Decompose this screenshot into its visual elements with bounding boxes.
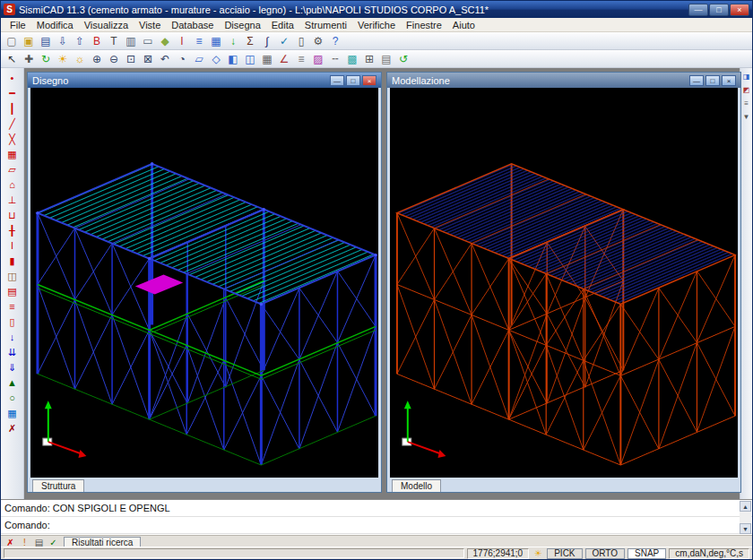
measure-icon[interactable]: ∠ (276, 51, 292, 66)
menu-database[interactable]: Database (166, 19, 219, 31)
zoom-previous-icon[interactable]: ↶ (157, 51, 173, 66)
foundation-icon[interactable]: ⊥ (4, 193, 22, 207)
mesh-icon[interactable]: ▦ (4, 406, 22, 420)
modellazione-maximize-button[interactable]: □ (705, 75, 720, 86)
linetype-icon[interactable]: ╌ (327, 51, 343, 66)
line-load-icon[interactable]: ⇊ (4, 345, 22, 359)
text-style-icon[interactable]: T (106, 33, 122, 48)
node-icon[interactable]: • (4, 71, 22, 85)
pick-toggle-button[interactable]: PICK (547, 548, 582, 559)
sun-icon[interactable]: ☀ (532, 548, 544, 558)
modellazione-minimize-button[interactable]: — (689, 75, 704, 86)
menu-file[interactable]: File (4, 19, 31, 31)
roof-icon[interactable]: ⌂ (4, 177, 22, 192)
database-icon[interactable]: B (89, 33, 105, 48)
minimize-button[interactable]: — (688, 4, 708, 16)
disegno-3d-canvas[interactable] (30, 88, 378, 478)
shade-icon[interactable]: ◧ (225, 51, 241, 66)
zoom-out-icon[interactable]: ⊖ (106, 51, 122, 66)
wireframe-icon[interactable]: ◫ (242, 51, 258, 66)
truss-icon[interactable]: ╳ (4, 132, 22, 146)
grid-icon[interactable]: ▦ (208, 33, 224, 48)
regen-icon[interactable]: ↻ (38, 51, 54, 66)
menu-verifiche[interactable]: Verifiche (352, 19, 401, 31)
analysis-icon[interactable]: ∫ (259, 33, 275, 48)
modellazione-3d-canvas[interactable] (390, 88, 738, 478)
disegno-minimize-button[interactable]: — (330, 75, 344, 86)
point-load-icon[interactable]: ↓ (4, 330, 22, 344)
menu-visualizza[interactable]: Visualizza (79, 19, 134, 31)
import-icon[interactable]: ⇩ (55, 33, 71, 48)
orbit-icon[interactable]: ◔ (174, 51, 190, 66)
concrete-section-icon[interactable]: ▮ (4, 254, 22, 268)
menu-aiuto[interactable]: Aiuto (447, 19, 480, 31)
beam-icon[interactable]: ━ (4, 86, 22, 100)
footing-icon[interactable]: ⊔ (4, 208, 22, 222)
close-button[interactable]: × (730, 4, 749, 16)
help-icon[interactable]: ? (327, 33, 343, 48)
select-arrow-icon[interactable]: ↖ (4, 51, 20, 66)
scroll-up-icon[interactable]: ▲ (740, 501, 751, 512)
color-icon[interactable]: ▨ (310, 51, 326, 66)
disegno-close-button[interactable]: × (362, 75, 376, 86)
refresh-icon[interactable]: ↺ (395, 51, 411, 66)
view-iso-icon[interactable]: ◇ (208, 51, 224, 66)
options-gear-icon[interactable]: ⚙ (310, 33, 326, 48)
maximize-button[interactable]: □ (709, 4, 729, 16)
pile-icon[interactable]: ╂ (4, 223, 22, 237)
layers-icon[interactable]: ≡ (293, 51, 309, 66)
slab-icon[interactable]: ▱ (4, 162, 22, 177)
menu-modifica[interactable]: Modifica (31, 19, 79, 31)
materials-icon[interactable]: ◆ (157, 33, 173, 48)
constraint-icon[interactable]: ▲ (4, 375, 22, 390)
menu-viste[interactable]: Viste (134, 19, 166, 31)
hatch-icon[interactable]: ▩ (344, 51, 360, 66)
tab-struttura[interactable]: Struttura (32, 479, 84, 492)
light-on-icon[interactable]: ☀ (55, 51, 71, 66)
views-palette-icon[interactable]: ◨ (741, 71, 752, 82)
wall-icon[interactable]: ▦ (4, 147, 22, 161)
pan-icon[interactable]: ✚ (21, 51, 37, 66)
area-load-icon[interactable]: ⇓ (4, 360, 22, 375)
loads-icon[interactable]: ↓ (225, 33, 241, 48)
delete-icon[interactable]: ✗ (4, 421, 22, 435)
report-icon[interactable]: ▯ (293, 33, 309, 48)
tab-modello[interactable]: Modello (392, 479, 441, 492)
snap-grid-icon[interactable]: ⊞ (361, 51, 377, 66)
new-file-icon[interactable]: ▢ (4, 33, 20, 48)
scroll-down-icon[interactable]: ▼ (740, 523, 751, 534)
stairs-icon[interactable]: ≡ (4, 299, 22, 314)
command-input-line[interactable]: Comando: (1, 517, 752, 534)
column-icon[interactable]: ┃ (4, 101, 22, 116)
modellazione-title-bar[interactable]: Modellazione — □ × (387, 73, 740, 88)
view-top-icon[interactable]: ▱ (191, 51, 207, 66)
hinge-icon[interactable]: ○ (4, 391, 22, 405)
export-icon[interactable]: ⇧ (72, 33, 88, 48)
light-off-icon[interactable]: ☼ (72, 51, 88, 66)
print-preview-icon[interactable]: ▭ (140, 33, 156, 48)
open-folder-icon[interactable]: ▣ (21, 33, 37, 48)
properties-icon[interactable]: ▤ (378, 51, 394, 66)
snap-toggle-button[interactable]: SNAP (628, 548, 666, 559)
timber-icon[interactable]: ◫ (4, 269, 22, 283)
combinations-icon[interactable]: Σ (242, 33, 258, 48)
zoom-in-icon[interactable]: ⊕ (89, 51, 105, 66)
layers-palette-icon[interactable]: ≡ (741, 98, 752, 109)
brace-icon[interactable]: ╱ (4, 116, 22, 131)
masonry-icon[interactable]: ▤ (4, 284, 22, 298)
title-bar[interactable]: S SismiCAD 11.3 (cemento armato - muratu… (1, 1, 752, 18)
render-icon[interactable]: ◩ (741, 84, 752, 96)
print-icon[interactable]: ▥ (123, 33, 139, 48)
check-icon[interactable]: ✓ (276, 33, 292, 48)
zoom-window-icon[interactable]: ⊡ (123, 51, 139, 66)
steel-section-icon[interactable]: I (4, 238, 22, 253)
levels-icon[interactable]: ≡ (191, 33, 207, 48)
edges-icon[interactable]: ▦ (259, 51, 275, 66)
zoom-extents-icon[interactable]: ⊠ (140, 51, 156, 66)
menu-edita[interactable]: Edita (266, 19, 299, 31)
collapse-strip-icon[interactable]: ▼ (741, 111, 752, 123)
save-icon[interactable]: ▤ (38, 33, 54, 48)
disegno-title-bar[interactable]: Disegno — □ × (28, 73, 381, 88)
menu-finestre[interactable]: Finestre (401, 19, 447, 31)
sections-icon[interactable]: I (174, 33, 190, 48)
